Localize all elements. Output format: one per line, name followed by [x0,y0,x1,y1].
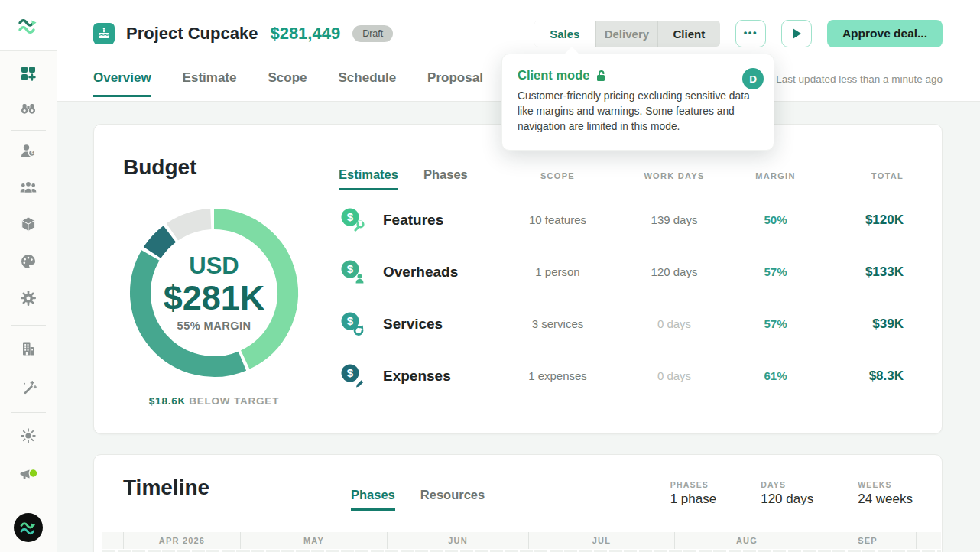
tab-overview[interactable]: Overview [93,70,151,87]
timeline-tab-phases[interactable]: Phases [351,488,395,505]
magic-wand-icon [19,379,37,398]
notification-dot [29,469,37,478]
donut-amount: $281K [164,279,265,317]
stat-value: 120 days [761,492,813,507]
sidebar-item-packages[interactable] [0,209,57,239]
sidebar-divider [11,412,46,413]
cell-margin: 50% [732,213,819,226]
table-row-features[interactable]: $ Features 10 features 139 days 50% $120… [339,194,904,245]
cell-margin: 61% [732,369,819,382]
waves-logo-icon [14,12,43,38]
avatar[interactable]: D [742,68,764,89]
sidebar-item-branding[interactable] [0,246,57,277]
sidebar-item-search[interactable] [0,93,57,124]
cell-margin: 57% [732,317,819,330]
stat-value: 1 phase [670,492,717,507]
row-label: Services [383,316,443,333]
sidebar-item-theme[interactable] [0,420,57,451]
row-label: Expenses [383,368,451,385]
month-label: SEP [819,532,917,549]
budget-table: Estimates Phases SCOPE WORK DAYS MARGIN … [339,158,904,401]
cell-total: $39K [819,317,904,332]
tab-estimate[interactable]: Estimate [183,70,237,87]
gear-icon [19,289,37,307]
month-label: AUG [675,532,819,549]
sidebar-item-clients[interactable]: $ [0,136,57,167]
mode-tab-client[interactable]: Client [658,21,720,47]
stat-label: PHASES [670,480,717,489]
svg-text:$: $ [347,210,354,223]
team-icon [19,179,37,197]
more-actions-button[interactable]: ••• [735,20,766,47]
cell-scope: 1 expenses [498,369,617,382]
popover-body: Customer-friendly pricing excluding sens… [518,89,764,135]
status-badge: Draft [352,25,393,42]
sidebar-item-settings[interactable] [0,283,57,313]
binoculars-icon [19,99,37,118]
stat-label: WEEKS [858,480,913,489]
budget-title: Budget [123,155,196,180]
cell-work-days: 0 days [617,369,732,382]
svg-text:$: $ [347,262,354,275]
below-target-note: $18.6KBELOW TARGET [94,395,334,407]
table-row-services[interactable]: $ Services 3 services 0 days 57% $39K [339,298,904,349]
cell-margin: 57% [732,265,819,278]
cell-work-days: 120 days [617,265,732,278]
ellipsis-icon: ••• [744,27,758,41]
app-logo[interactable] [0,0,57,51]
table-row-expenses[interactable]: $ Expenses 1 expenses 0 days 61% $8.3K [339,350,904,401]
stat-days: DAYS 120 days [761,480,813,507]
megaphone-icon [17,466,40,485]
budget-donut-chart: USD $281K 55% MARGIN [122,201,306,385]
cell-scope: 10 features [498,213,617,226]
mode-tab-sales[interactable]: Sales [534,21,596,47]
cell-total: $120K [819,213,904,228]
sidebar: $ [0,0,57,552]
stat-phases: PHASES 1 phase [670,480,717,507]
approve-deal-button[interactable]: Approve deal... [827,20,943,47]
sidebar-item-projects[interactable] [0,58,57,89]
timeline-month-header: APR 2026 MAY JUN JUL AUG SEP [102,532,941,549]
cube-icon [19,215,37,233]
sidebar-item-company[interactable] [0,333,57,364]
coin-wrench-icon: $ [339,206,366,234]
user-workspace-logo[interactable] [0,502,57,552]
client-mode-popover: Client mode Customer-friendly pricing ex… [501,54,774,151]
content-area: Budget USD $281K 55% MARGIN $18.6KBELOW … [57,102,980,552]
tab-scope[interactable]: Scope [268,70,307,87]
timeline-tab-resources[interactable]: Resources [420,488,485,505]
budget-card: Budget USD $281K 55% MARGIN $18.6KBELOW … [93,124,943,434]
cell-work-days: 139 days [617,213,732,226]
sidebar-item-automation[interactable] [0,373,57,404]
budget-tabs: Estimates Phases [339,167,498,185]
sidebar-item-announcements[interactable] [0,460,57,491]
sidebar-divider [11,130,46,131]
sidebar-item-team[interactable] [0,173,57,203]
open-lock-icon [595,70,606,82]
table-row-overheads[interactable]: $ Overheads 1 person 120 days 57% $133K [339,246,904,297]
waves-logo-circle-icon [13,512,44,543]
play-icon [793,28,801,39]
column-header-margin: MARGIN [732,171,819,180]
sidebar-divider [11,325,46,326]
cell-total: $8.3K [819,369,904,384]
month-label: JUL [529,532,675,549]
donut-margin-label: 55% MARGIN [177,320,251,332]
tab-schedule[interactable]: Schedule [339,70,397,87]
cake-icon [93,23,115,44]
donut-currency: USD [189,254,239,278]
sun-icon [19,427,37,445]
cell-scope: 3 services [498,317,617,330]
timeline-card: Timeline Phases Resources PHASES 1 phase… [93,454,943,552]
below-target-label: BELOW TARGET [189,395,279,407]
dashboard-add-icon [19,64,37,83]
budget-tab-phases[interactable]: Phases [423,167,468,185]
tab-proposal[interactable]: Proposal [427,70,483,87]
play-button[interactable] [781,20,812,47]
svg-text:$: $ [347,366,354,379]
column-header-work-days: WORK DAYS [617,171,732,180]
cell-total: $133K [819,265,904,280]
budget-tab-estimates[interactable]: Estimates [339,167,398,185]
month-label: MAY [241,532,388,549]
mode-tab-delivery[interactable]: Delivery [596,21,658,47]
